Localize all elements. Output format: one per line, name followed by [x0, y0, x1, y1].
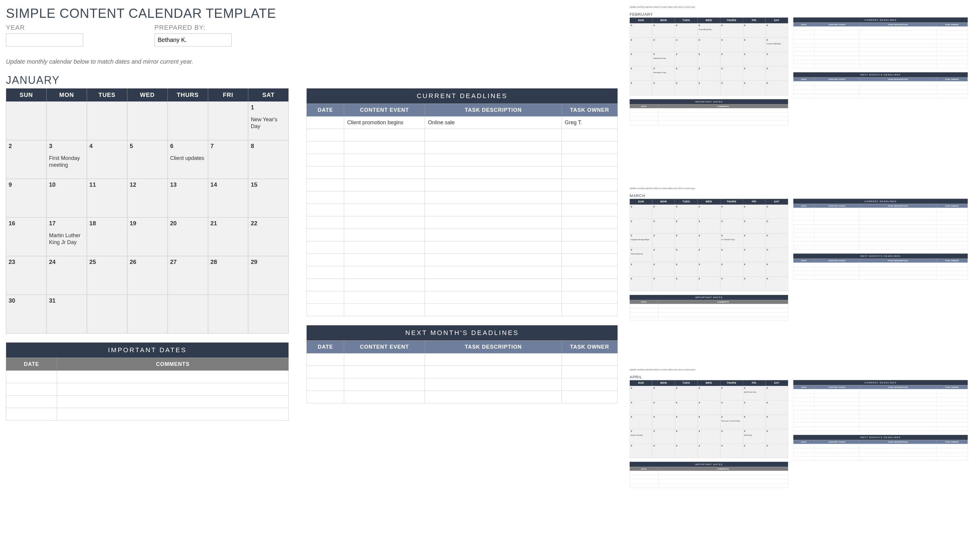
cell[interactable] [794, 35, 814, 39]
cell[interactable] [344, 129, 425, 142]
calendar-cell[interactable]: 16 [6, 217, 47, 256]
calendar-cell[interactable]: 26 [127, 256, 167, 295]
calendar-cell[interactable]: X [675, 444, 698, 458]
calendar-cell[interactable]: X [765, 400, 788, 415]
cell[interactable] [307, 117, 344, 129]
cell[interactable] [936, 89, 968, 94]
cell[interactable] [936, 393, 968, 398]
cell[interactable] [794, 456, 814, 460]
calendar-cell[interactable]: X [675, 429, 698, 444]
calendar-cell[interactable]: X [698, 52, 720, 66]
cell[interactable] [860, 402, 936, 406]
calendar-cell[interactable]: 4 [87, 140, 127, 179]
cell[interactable] [307, 229, 344, 241]
calendar-cell[interactable]: X [698, 233, 720, 248]
calendar-cell[interactable]: X [765, 276, 788, 291]
cell[interactable] [814, 208, 860, 212]
calendar-cell[interactable]: X [765, 233, 788, 248]
calendar-cell[interactable] [87, 295, 127, 334]
cell[interactable] [936, 35, 968, 39]
cell[interactable] [936, 56, 968, 60]
cell[interactable] [307, 304, 344, 316]
cell[interactable] [307, 241, 344, 254]
calendar-cell[interactable]: XPresident's Day [652, 67, 675, 81]
cell[interactable] [936, 216, 968, 220]
cell[interactable] [307, 254, 344, 266]
cell[interactable] [794, 393, 814, 398]
cell[interactable] [814, 452, 860, 456]
cell[interactable] [344, 192, 425, 204]
cell[interactable] [860, 81, 936, 85]
cell[interactable] [794, 60, 814, 64]
calendar-cell[interactable]: X [675, 233, 698, 248]
calendar-cell[interactable]: X [698, 204, 720, 219]
calendar-cell[interactable]: X [720, 219, 743, 233]
cell[interactable] [794, 94, 814, 98]
cell[interactable] [658, 121, 788, 125]
cell[interactable] [425, 378, 562, 391]
cell[interactable] [307, 291, 344, 304]
calendar-cell[interactable]: X [743, 38, 765, 52]
cell[interactable] [425, 129, 562, 142]
calendar-cell[interactable]: 17Martin Luther King Jr Day [46, 217, 87, 256]
cell[interactable] [860, 389, 936, 393]
cell[interactable] [814, 228, 860, 233]
cell[interactable] [658, 112, 788, 117]
cell[interactable] [794, 427, 814, 431]
cell[interactable] [6, 408, 57, 420]
cell[interactable] [630, 308, 658, 312]
cell[interactable] [562, 229, 617, 241]
cell[interactable] [936, 448, 968, 452]
cell[interactable] [936, 406, 968, 410]
cell[interactable] [860, 410, 936, 414]
cell[interactable] [344, 179, 425, 192]
cell[interactable] [658, 312, 788, 316]
cell[interactable] [562, 254, 617, 266]
calendar-cell[interactable]: X [675, 204, 698, 219]
cell[interactable] [344, 266, 425, 279]
cell[interactable] [307, 179, 344, 192]
calendar-cell[interactable]: X [743, 276, 765, 291]
cell[interactable] [630, 312, 658, 316]
calendar-cell[interactable]: X [630, 262, 652, 276]
calendar-cell[interactable]: X [765, 248, 788, 262]
calendar-cell[interactable]: X [630, 52, 652, 66]
cell[interactable] [814, 389, 860, 393]
cell[interactable] [562, 179, 617, 192]
cell[interactable] [344, 166, 425, 179]
calendar-cell[interactable]: 6Client updates [167, 140, 208, 179]
cell[interactable] [936, 64, 968, 69]
calendar-cell[interactable]: X [720, 204, 743, 219]
cell[interactable] [860, 427, 936, 431]
cell[interactable] [6, 383, 57, 396]
cell[interactable] [860, 456, 936, 460]
cell[interactable] [630, 304, 658, 308]
calendar-cell[interactable]: X [765, 23, 788, 37]
cell[interactable] [794, 51, 814, 56]
cell[interactable] [562, 216, 617, 229]
cell[interactable] [860, 448, 936, 452]
calendar-cell[interactable]: X [698, 38, 720, 52]
cell[interactable] [814, 94, 860, 98]
calendar-cell[interactable]: X [630, 81, 652, 95]
cell[interactable] [936, 414, 968, 418]
calendar-cell[interactable]: X [698, 415, 720, 429]
calendar-cell[interactable]: X [630, 415, 652, 429]
cell[interactable] [425, 254, 562, 266]
calendar-cell[interactable]: 8 [248, 140, 289, 179]
calendar-cell[interactable]: X [720, 262, 743, 276]
cell[interactable] [562, 291, 617, 304]
calendar-cell[interactable]: XEarth Day [743, 429, 765, 444]
cell[interactable] [936, 452, 968, 456]
calendar-cell[interactable]: X [630, 38, 652, 52]
cell[interactable] [344, 229, 425, 241]
calendar-cell[interactable]: X [743, 444, 765, 458]
calendar-cell[interactable]: X [630, 444, 652, 458]
cell[interactable] [562, 304, 617, 316]
cell[interactable] [425, 179, 562, 192]
calendar-cell[interactable]: X [698, 81, 720, 95]
cell[interactable] [344, 291, 425, 304]
calendar-cell[interactable] [87, 102, 127, 140]
calendar-cell[interactable]: X [743, 81, 765, 95]
cell[interactable] [860, 423, 936, 427]
